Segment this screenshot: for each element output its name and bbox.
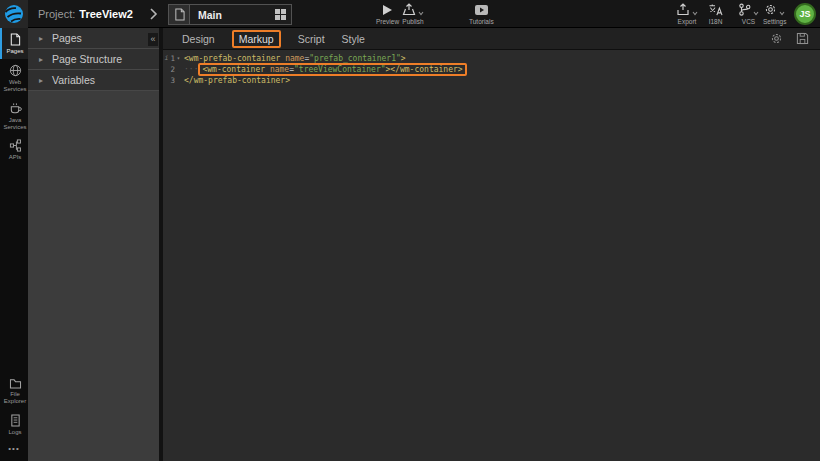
caret-right-icon: ▸ <box>39 34 43 43</box>
chevron-down-icon <box>753 11 759 16</box>
play-icon <box>382 3 393 16</box>
wavemaker-logo[interactable] <box>0 0 28 28</box>
pages-panel: ▸ Pages ▸ Page Structure ▸ Variables « <box>28 28 159 461</box>
coffee-cup-icon <box>9 102 22 115</box>
code-text: </wm-prefab-container> <box>184 76 290 85</box>
vcs-branch-icon <box>738 3 759 16</box>
wavemaker-studio-window: Project:TreeView2 Main Preview <box>0 0 820 461</box>
tab-script[interactable]: Script <box>298 33 325 45</box>
rail-more-button[interactable]: ••• <box>0 440 28 457</box>
folder-icon <box>9 378 22 389</box>
token-tag: <wm-container <box>202 65 265 74</box>
rail-label: Logs <box>8 429 21 436</box>
page-tab-label: Main <box>190 5 269 24</box>
save-icon[interactable] <box>796 32 809 45</box>
rail-label: Pages <box>6 48 23 55</box>
line-number: 3 <box>170 76 175 85</box>
gutter-line-3: 3 <box>163 76 182 85</box>
panel-section-label: Page Structure <box>52 53 122 65</box>
rail-label: APIs <box>9 154 22 161</box>
breadcrumb-chevron-icon <box>149 7 158 21</box>
token-attr: name <box>270 65 289 74</box>
left-icon-rail: Pages Web Services Java Services APIs Fi… <box>0 28 28 461</box>
page-tab-main[interactable]: Main <box>168 4 292 25</box>
export-icon <box>676 3 698 16</box>
gutter-line-2: 2 <box>163 65 182 74</box>
i18n-label: I18N <box>709 18 723 25</box>
rail-item-logs[interactable]: Logs <box>0 409 28 440</box>
editor-settings-gear-icon[interactable] <box>770 32 783 45</box>
tab-design[interactable]: Design <box>182 33 215 45</box>
code-text: ···<wm-container name="treeViewContainer… <box>184 63 467 76</box>
token-closing-tag: </wm-container> <box>390 65 462 74</box>
project-breadcrumb: Project:TreeView2 <box>38 0 133 28</box>
line-number: 2 <box>170 65 175 74</box>
chevron-down-icon <box>418 11 424 16</box>
wavemaker-logo-icon <box>4 4 24 24</box>
editor-area: Design Markup Script Style i 1 ▾ <box>163 28 820 461</box>
code-text: <wm-prefab-container name="prefab_contai… <box>184 54 406 63</box>
markup-code-editor[interactable]: i 1 ▾ <wm-prefab-container name="prefab_… <box>163 51 820 461</box>
export-button[interactable]: Export <box>676 3 698 25</box>
i18n-button[interactable]: I18N <box>708 3 723 25</box>
gutter-line-1: i 1 ▾ <box>163 54 182 63</box>
publish-button[interactable]: Publish <box>402 3 424 25</box>
grid-view-icon[interactable] <box>269 5 291 24</box>
export-label: Export <box>678 18 697 25</box>
preview-button[interactable]: Preview <box>376 3 399 25</box>
code-line-2[interactable]: 2 ···<wm-container name="treeViewContain… <box>163 64 820 76</box>
rail-item-file-explorer[interactable]: File Explorer <box>0 373 28 409</box>
tutorials-button[interactable]: Tutorials <box>469 3 494 25</box>
rail-label: Java Services <box>2 117 28 131</box>
editor-toolbar <box>770 32 820 45</box>
rail-bottom-group: File Explorer Logs ••• <box>0 373 28 457</box>
vcs-label: VCS <box>742 18 755 25</box>
publish-icon <box>402 3 424 16</box>
tab-style[interactable]: Style <box>342 33 365 45</box>
rail-item-pages[interactable]: Pages <box>0 28 28 59</box>
settings-button[interactable]: Settings <box>763 3 787 25</box>
globe-icon <box>9 64 22 77</box>
panel-section-variables[interactable]: ▸ Variables <box>28 70 159 91</box>
rail-item-java-services[interactable]: Java Services <box>0 97 28 135</box>
user-avatar[interactable]: JS <box>794 3 816 25</box>
rail-item-web-services[interactable]: Web Services <box>0 59 28 97</box>
token-closing-tag: </wm-prefab-container> <box>184 76 290 85</box>
caret-right-icon: ▸ <box>39 55 43 64</box>
editor-tab-bar: Design Markup Script Style <box>163 28 820 50</box>
token-attr: name <box>285 54 304 63</box>
token-tag: <wm-prefab-container <box>184 54 280 63</box>
chevron-down-icon <box>692 11 698 16</box>
rail-label: Web Services <box>2 79 28 93</box>
code-line-3[interactable]: 3 </wm-prefab-container> <box>163 75 820 86</box>
project-label: Project: <box>38 8 75 20</box>
token-string: "treeViewContainer" <box>294 65 386 74</box>
project-name: TreeView2 <box>79 8 133 20</box>
api-connector-icon <box>9 139 22 152</box>
token-string: "prefab_container1" <box>309 54 401 63</box>
caret-right-icon: ▸ <box>39 76 43 85</box>
i18n-translate-icon <box>708 3 723 16</box>
vcs-button[interactable]: VCS <box>738 3 759 25</box>
log-document-icon <box>10 414 21 427</box>
indent-whitespace-dots: ··· <box>184 65 198 74</box>
top-bar: Project:TreeView2 Main Preview <box>0 0 820 28</box>
panel-section-page-structure[interactable]: ▸ Page Structure <box>28 49 159 70</box>
preview-label: Preview <box>376 18 399 25</box>
tutorials-label: Tutorials <box>469 18 494 25</box>
rail-item-apis[interactable]: APIs <box>0 134 28 165</box>
tab-markup[interactable]: Markup <box>232 30 281 48</box>
panel-section-label: Variables <box>52 74 95 86</box>
token-tag: > <box>401 54 406 63</box>
highlight-annotation-box: <wm-container name="treeViewContainer"><… <box>198 63 466 76</box>
settings-label: Settings <box>763 18 787 25</box>
page-file-icon <box>169 5 190 24</box>
panel-section-label: Pages <box>52 32 82 44</box>
publish-label: Publish <box>402 18 423 25</box>
gear-icon <box>764 3 785 16</box>
rail-label: File Explorer <box>2 391 28 405</box>
panel-section-pages[interactable]: ▸ Pages <box>28 28 159 49</box>
lint-info-icon: i <box>165 54 169 62</box>
panel-collapse-button[interactable]: « <box>148 33 158 46</box>
fold-marker-icon[interactable]: ▾ <box>175 55 182 61</box>
